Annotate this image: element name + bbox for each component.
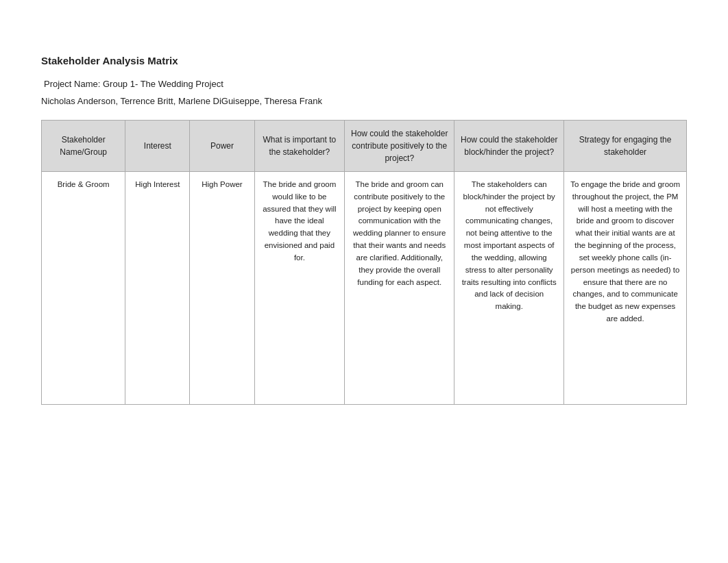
header-power: Power (190, 121, 254, 172)
cell-contribute: The bride and groom can contribute posit… (345, 172, 454, 405)
header-important: What is important to the stakeholder? (254, 121, 345, 172)
project-name: Project Name: Group 1- The Wedding Proje… (41, 79, 687, 89)
cell-power: High Power (190, 172, 254, 405)
cell-interest: High Interest (125, 172, 190, 405)
cell-stakeholder: Bride & Groom (42, 172, 125, 405)
table-row: Bride & Groom High Interest High Power T… (42, 172, 687, 405)
table-header-row: Stakeholder Name/Group Interest Power Wh… (42, 121, 687, 172)
cell-block: The stakeholders can block/hinder the pr… (454, 172, 564, 405)
header-interest: Interest (125, 121, 190, 172)
doc-title: Stakeholder Analysis Matrix (41, 55, 687, 66)
header-strategy: Strategy for engaging the stakeholder (564, 121, 687, 172)
stakeholder-matrix-table: Stakeholder Name/Group Interest Power Wh… (41, 120, 687, 405)
header-stakeholder: Stakeholder Name/Group (42, 121, 125, 172)
authors: Nicholas Anderson, Terrence Britt, Marle… (41, 96, 687, 106)
header-block: How could the stakeholder block/hinder t… (454, 121, 564, 172)
cell-important: The bride and groom would like to be ass… (254, 172, 345, 405)
page-container: Stakeholder Analysis Matrix Project Name… (0, 0, 728, 432)
cell-strategy: To engage the bride and groom throughout… (564, 172, 687, 405)
header-contribute: How could the stakeholder contribute pos… (345, 121, 454, 172)
